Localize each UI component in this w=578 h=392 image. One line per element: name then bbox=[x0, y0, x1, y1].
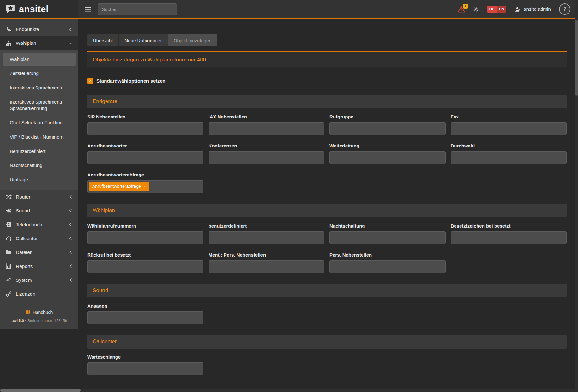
sidebar-item-callcenter[interactable]: Callcenter bbox=[0, 232, 78, 245]
sidebar-item-label: Wählplan bbox=[16, 40, 36, 46]
headset-icon bbox=[6, 235, 12, 241]
field-label: Besetztzeichen bei besetzt bbox=[451, 223, 567, 228]
submenu-item-vip-blacklist[interactable]: VIP / Blacklist - Nummern bbox=[3, 130, 76, 144]
sidebar-item-telefonbuch[interactable]: Telefonbuch bbox=[0, 218, 78, 232]
main-content: Übersicht Neue Rufnummer Objekt hinzufüg… bbox=[78, 19, 578, 392]
handbuch-link[interactable]: Handbuch bbox=[0, 310, 78, 315]
user-menu[interactable]: ansiteladmin bbox=[515, 6, 551, 12]
fax-input[interactable] bbox=[451, 122, 567, 135]
nachtschaltung-input[interactable] bbox=[329, 231, 446, 244]
field-label: Konferenzen bbox=[209, 143, 325, 148]
menue-pers-nebenstellen-input[interactable] bbox=[209, 260, 325, 273]
sidebar-item-lizenzen[interactable]: Lizenzen bbox=[0, 287, 78, 301]
logo-text: ansitel bbox=[19, 4, 49, 14]
anrufbeantworterabfrage-input[interactable]: Anrufbeantworterabfrage × bbox=[87, 180, 203, 193]
durchwahl-input[interactable] bbox=[451, 151, 567, 164]
lang-en-button[interactable]: EN bbox=[497, 6, 506, 13]
sip-nebenstellen-input[interactable] bbox=[87, 122, 203, 135]
submenu-item-benutzerdefiniert[interactable]: Benutzerdefiniert bbox=[3, 145, 76, 158]
topbar: ansitel 1 DE EN a bbox=[0, 0, 578, 19]
submenu-item-zeitsteuerung[interactable]: Zeitsteuerung bbox=[3, 67, 76, 80]
field-label: Rufgruppe bbox=[329, 114, 446, 119]
benutzerdefiniert-input[interactable] bbox=[209, 231, 325, 244]
submenu-item-waehlplan[interactable]: Wählplan bbox=[3, 53, 76, 66]
help-button[interactable]: ? bbox=[559, 3, 570, 15]
horizontal-scrollbar[interactable] bbox=[0, 389, 575, 392]
sound-fields: Ansagen bbox=[87, 303, 567, 324]
section-title-callcenter: Callcenter bbox=[87, 335, 567, 349]
chevron-left-icon bbox=[68, 194, 73, 199]
alert-count-badge: 1 bbox=[463, 4, 468, 9]
sidebar: Endpunkte Wählplan Wählplan Zeitsteuerun… bbox=[0, 19, 78, 329]
sidebar-item-reports[interactable]: Reports bbox=[0, 259, 78, 273]
vertical-scrollbar-thumb[interactable] bbox=[575, 20, 578, 96]
book-icon bbox=[26, 310, 31, 314]
submenu-item-chef-sekretaerin[interactable]: Chef-Sekretärin-Funktion bbox=[3, 116, 76, 129]
field-besetztzeichen: Besetztzeichen bei besetzt bbox=[451, 223, 567, 244]
vertical-scrollbar[interactable] bbox=[575, 0, 578, 392]
iax-nebenstellen-input[interactable] bbox=[209, 122, 325, 135]
sidebar-item-dateien[interactable]: Dateien bbox=[0, 245, 78, 259]
tab-uebersicht[interactable]: Übersicht bbox=[87, 34, 119, 46]
key-icon bbox=[6, 291, 12, 297]
field-label: Anrufbeantworterabfrage bbox=[87, 172, 203, 177]
field-label: Weiterleitung bbox=[329, 143, 446, 148]
username: ansiteladmin bbox=[524, 6, 551, 12]
field-label: Durchwahl bbox=[451, 143, 567, 148]
warteschlange-input[interactable] bbox=[87, 362, 203, 375]
rufgruppe-input[interactable] bbox=[329, 122, 446, 135]
field-ansagen: Ansagen bbox=[87, 303, 203, 324]
konferenzen-input[interactable] bbox=[209, 151, 325, 164]
settings-gear-button[interactable] bbox=[473, 6, 479, 12]
alerts-button[interactable]: 1 bbox=[458, 6, 465, 13]
page-tabs: Übersicht Neue Rufnummer Objekt hinzufüg… bbox=[87, 34, 567, 46]
phone-icon bbox=[6, 26, 12, 32]
field-label: benutzerdefiniert bbox=[209, 223, 325, 228]
tab-objekt-hinzufuegen[interactable]: Objekt hinzufügen bbox=[168, 34, 217, 46]
app-logo[interactable]: ansitel bbox=[0, 0, 78, 18]
pers-nebenstellen-input[interactable] bbox=[329, 260, 446, 273]
submenu-item-umfrage[interactable]: Umfrage bbox=[3, 173, 76, 186]
sidebar-item-label: Endpunkte bbox=[16, 26, 39, 32]
field-benutzerdefiniert: benutzerdefiniert bbox=[209, 223, 325, 244]
shuffle-icon bbox=[6, 194, 12, 200]
sidebar-item-waehlplan[interactable]: Wählplan bbox=[0, 36, 78, 50]
topbar-main: 1 DE EN ansiteladmin ? bbox=[78, 0, 578, 18]
standard-options-checkbox[interactable]: ✓ bbox=[87, 78, 93, 84]
chevron-left-icon bbox=[68, 27, 73, 32]
sidebar-footer: awi 5.0 • Seriennummer: 123456 bbox=[0, 319, 78, 323]
sidebar-item-system[interactable]: System bbox=[0, 273, 78, 287]
waehlplanrufnummern-input[interactable] bbox=[87, 231, 203, 244]
search-input[interactable] bbox=[98, 3, 177, 15]
submenu-item-nachtschaltung[interactable]: Nachtschaltung bbox=[3, 159, 76, 172]
field-rueckruf-bei-besetzt: Rückruf bei besetzt bbox=[87, 252, 203, 273]
topbar-right: 1 DE EN ansiteladmin ? bbox=[458, 3, 570, 15]
field-label: IAX Nebenstellen bbox=[209, 114, 325, 119]
weiterleitung-input[interactable] bbox=[329, 151, 446, 164]
check-icon: ✓ bbox=[89, 79, 92, 84]
anrufbeantworter-input[interactable] bbox=[87, 151, 203, 164]
selected-tag[interactable]: Anrufbeantworterabfrage × bbox=[89, 182, 149, 191]
section-title-waehlplan: Wählplan bbox=[87, 204, 567, 217]
chevron-left-icon bbox=[68, 236, 73, 241]
besetztzeichen-input[interactable] bbox=[451, 231, 567, 244]
submenu-item-sprachmenue-spracherkennung[interactable]: Interaktives Sprachmenü Spracherkennung bbox=[3, 95, 76, 115]
sidebar-item-endpunkte[interactable]: Endpunkte bbox=[0, 22, 78, 36]
field-anrufbeantworter: Anrufbeantworter bbox=[87, 143, 203, 164]
tag-label: Anrufbeantworterabfrage bbox=[92, 184, 141, 189]
sidebar-item-label: Telefonbuch bbox=[16, 222, 42, 228]
field-label: Fax bbox=[451, 114, 567, 119]
sidebar-item-sound[interactable]: Sound bbox=[0, 204, 78, 218]
tab-neue-rufnummer[interactable]: Neue Rufnummer bbox=[119, 34, 168, 46]
tag-remove-icon[interactable]: × bbox=[144, 184, 146, 189]
sidebar-item-routen[interactable]: Routen bbox=[0, 190, 78, 204]
horizontal-scrollbar-thumb[interactable] bbox=[0, 389, 81, 392]
submenu-item-interaktives-sprachmenue[interactable]: Interaktives Sprachmenü bbox=[3, 81, 76, 95]
ansagen-input[interactable] bbox=[87, 311, 203, 324]
field-durchwahl: Durchwahl bbox=[451, 143, 567, 164]
section-title-endgeraete: Endgeräte bbox=[87, 95, 567, 108]
lang-de-button[interactable]: DE bbox=[487, 6, 497, 13]
hamburger-menu-button[interactable] bbox=[85, 6, 91, 13]
waehlplan-submenu: Wählplan Zeitsteuerung Interaktives Spra… bbox=[0, 50, 78, 190]
rueckruf-bei-besetzt-input[interactable] bbox=[87, 260, 203, 273]
